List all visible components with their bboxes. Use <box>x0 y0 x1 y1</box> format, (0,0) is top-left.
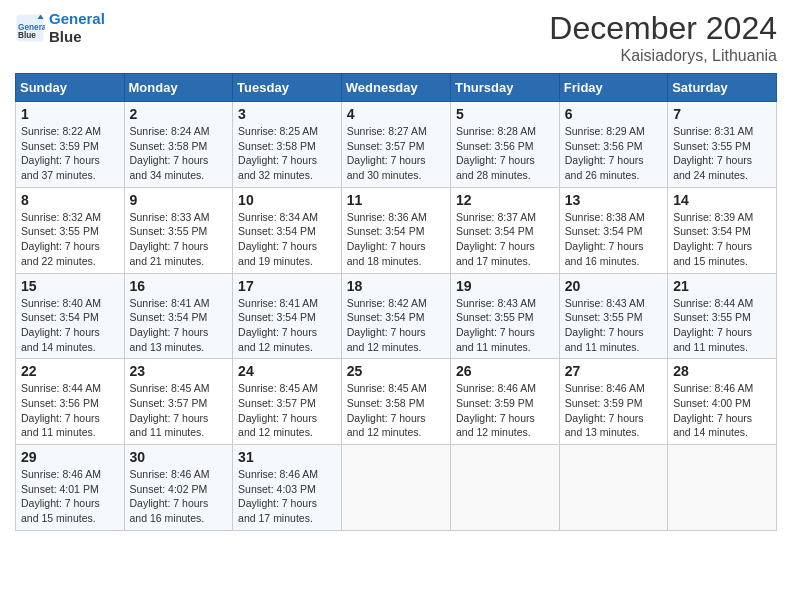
day-header-wednesday: Wednesday <box>341 74 450 102</box>
calendar-body: 1Sunrise: 8:22 AMSunset: 3:59 PMDaylight… <box>16 102 777 531</box>
day-info: Sunrise: 8:38 AMSunset: 3:54 PMDaylight:… <box>565 210 662 269</box>
calendar-cell: 6Sunrise: 8:29 AMSunset: 3:56 PMDaylight… <box>559 102 667 188</box>
day-header-friday: Friday <box>559 74 667 102</box>
day-info: Sunrise: 8:40 AMSunset: 3:54 PMDaylight:… <box>21 296 119 355</box>
day-info: Sunrise: 8:46 AMSunset: 3:59 PMDaylight:… <box>565 381 662 440</box>
day-info: Sunrise: 8:32 AMSunset: 3:55 PMDaylight:… <box>21 210 119 269</box>
day-number: 15 <box>21 278 119 294</box>
calendar-cell: 17Sunrise: 8:41 AMSunset: 3:54 PMDayligh… <box>233 273 342 359</box>
day-number: 28 <box>673 363 771 379</box>
day-info: Sunrise: 8:45 AMSunset: 3:57 PMDaylight:… <box>130 381 228 440</box>
day-number: 29 <box>21 449 119 465</box>
day-info: Sunrise: 8:25 AMSunset: 3:58 PMDaylight:… <box>238 124 336 183</box>
day-number: 19 <box>456 278 554 294</box>
calendar-cell: 29Sunrise: 8:46 AMSunset: 4:01 PMDayligh… <box>16 445 125 531</box>
calendar-cell: 9Sunrise: 8:33 AMSunset: 3:55 PMDaylight… <box>124 187 233 273</box>
calendar-cell: 10Sunrise: 8:34 AMSunset: 3:54 PMDayligh… <box>233 187 342 273</box>
day-number: 23 <box>130 363 228 379</box>
day-number: 18 <box>347 278 445 294</box>
day-number: 25 <box>347 363 445 379</box>
calendar-header-row: SundayMondayTuesdayWednesdayThursdayFrid… <box>16 74 777 102</box>
calendar-cell: 21Sunrise: 8:44 AMSunset: 3:55 PMDayligh… <box>668 273 777 359</box>
day-number: 2 <box>130 106 228 122</box>
day-info: Sunrise: 8:46 AMSunset: 4:01 PMDaylight:… <box>21 467 119 526</box>
day-info: Sunrise: 8:43 AMSunset: 3:55 PMDaylight:… <box>565 296 662 355</box>
day-number: 17 <box>238 278 336 294</box>
calendar-cell: 26Sunrise: 8:46 AMSunset: 3:59 PMDayligh… <box>450 359 559 445</box>
logo-icon: General Blue <box>15 13 45 43</box>
day-info: Sunrise: 8:42 AMSunset: 3:54 PMDaylight:… <box>347 296 445 355</box>
calendar-cell: 15Sunrise: 8:40 AMSunset: 3:54 PMDayligh… <box>16 273 125 359</box>
logo-text-general: General <box>49 10 105 28</box>
day-header-thursday: Thursday <box>450 74 559 102</box>
calendar-table: SundayMondayTuesdayWednesdayThursdayFrid… <box>15 73 777 531</box>
day-number: 8 <box>21 192 119 208</box>
calendar-cell: 24Sunrise: 8:45 AMSunset: 3:57 PMDayligh… <box>233 359 342 445</box>
calendar-cell: 3Sunrise: 8:25 AMSunset: 3:58 PMDaylight… <box>233 102 342 188</box>
day-number: 1 <box>21 106 119 122</box>
day-number: 7 <box>673 106 771 122</box>
calendar-cell: 28Sunrise: 8:46 AMSunset: 4:00 PMDayligh… <box>668 359 777 445</box>
calendar-week-2: 8Sunrise: 8:32 AMSunset: 3:55 PMDaylight… <box>16 187 777 273</box>
day-number: 22 <box>21 363 119 379</box>
calendar-cell: 30Sunrise: 8:46 AMSunset: 4:02 PMDayligh… <box>124 445 233 531</box>
calendar-cell: 25Sunrise: 8:45 AMSunset: 3:58 PMDayligh… <box>341 359 450 445</box>
day-info: Sunrise: 8:29 AMSunset: 3:56 PMDaylight:… <box>565 124 662 183</box>
day-number: 26 <box>456 363 554 379</box>
day-header-tuesday: Tuesday <box>233 74 342 102</box>
calendar-cell <box>341 445 450 531</box>
day-info: Sunrise: 8:45 AMSunset: 3:58 PMDaylight:… <box>347 381 445 440</box>
day-number: 31 <box>238 449 336 465</box>
logo-text-blue: Blue <box>49 28 105 46</box>
title-area: December 2024 Kaisiadorys, Lithuania <box>549 10 777 65</box>
calendar-cell <box>450 445 559 531</box>
day-info: Sunrise: 8:46 AMSunset: 4:03 PMDaylight:… <box>238 467 336 526</box>
day-info: Sunrise: 8:33 AMSunset: 3:55 PMDaylight:… <box>130 210 228 269</box>
day-number: 11 <box>347 192 445 208</box>
day-number: 14 <box>673 192 771 208</box>
svg-text:Blue: Blue <box>18 31 36 40</box>
day-info: Sunrise: 8:46 AMSunset: 4:02 PMDaylight:… <box>130 467 228 526</box>
day-number: 27 <box>565 363 662 379</box>
calendar-cell: 27Sunrise: 8:46 AMSunset: 3:59 PMDayligh… <box>559 359 667 445</box>
calendar-cell: 20Sunrise: 8:43 AMSunset: 3:55 PMDayligh… <box>559 273 667 359</box>
day-number: 30 <box>130 449 228 465</box>
calendar-week-5: 29Sunrise: 8:46 AMSunset: 4:01 PMDayligh… <box>16 445 777 531</box>
calendar-cell: 8Sunrise: 8:32 AMSunset: 3:55 PMDaylight… <box>16 187 125 273</box>
day-info: Sunrise: 8:43 AMSunset: 3:55 PMDaylight:… <box>456 296 554 355</box>
day-info: Sunrise: 8:45 AMSunset: 3:57 PMDaylight:… <box>238 381 336 440</box>
day-number: 13 <box>565 192 662 208</box>
calendar-cell: 1Sunrise: 8:22 AMSunset: 3:59 PMDaylight… <box>16 102 125 188</box>
calendar-cell: 18Sunrise: 8:42 AMSunset: 3:54 PMDayligh… <box>341 273 450 359</box>
day-number: 4 <box>347 106 445 122</box>
day-info: Sunrise: 8:44 AMSunset: 3:56 PMDaylight:… <box>21 381 119 440</box>
day-number: 16 <box>130 278 228 294</box>
day-info: Sunrise: 8:46 AMSunset: 3:59 PMDaylight:… <box>456 381 554 440</box>
day-info: Sunrise: 8:41 AMSunset: 3:54 PMDaylight:… <box>238 296 336 355</box>
day-header-saturday: Saturday <box>668 74 777 102</box>
calendar-cell: 23Sunrise: 8:45 AMSunset: 3:57 PMDayligh… <box>124 359 233 445</box>
day-info: Sunrise: 8:44 AMSunset: 3:55 PMDaylight:… <box>673 296 771 355</box>
day-info: Sunrise: 8:39 AMSunset: 3:54 PMDaylight:… <box>673 210 771 269</box>
day-number: 24 <box>238 363 336 379</box>
calendar-cell: 12Sunrise: 8:37 AMSunset: 3:54 PMDayligh… <box>450 187 559 273</box>
day-info: Sunrise: 8:34 AMSunset: 3:54 PMDaylight:… <box>238 210 336 269</box>
calendar-week-4: 22Sunrise: 8:44 AMSunset: 3:56 PMDayligh… <box>16 359 777 445</box>
day-number: 3 <box>238 106 336 122</box>
calendar-week-3: 15Sunrise: 8:40 AMSunset: 3:54 PMDayligh… <box>16 273 777 359</box>
logo: General Blue General Blue <box>15 10 105 46</box>
calendar-cell <box>668 445 777 531</box>
page-header: General Blue General Blue December 2024 … <box>15 10 777 65</box>
day-info: Sunrise: 8:31 AMSunset: 3:55 PMDaylight:… <box>673 124 771 183</box>
day-number: 20 <box>565 278 662 294</box>
calendar-week-1: 1Sunrise: 8:22 AMSunset: 3:59 PMDaylight… <box>16 102 777 188</box>
calendar-cell: 5Sunrise: 8:28 AMSunset: 3:56 PMDaylight… <box>450 102 559 188</box>
day-header-monday: Monday <box>124 74 233 102</box>
calendar-cell: 16Sunrise: 8:41 AMSunset: 3:54 PMDayligh… <box>124 273 233 359</box>
calendar-cell: 4Sunrise: 8:27 AMSunset: 3:57 PMDaylight… <box>341 102 450 188</box>
day-number: 10 <box>238 192 336 208</box>
day-number: 12 <box>456 192 554 208</box>
day-info: Sunrise: 8:37 AMSunset: 3:54 PMDaylight:… <box>456 210 554 269</box>
day-number: 5 <box>456 106 554 122</box>
calendar-cell: 22Sunrise: 8:44 AMSunset: 3:56 PMDayligh… <box>16 359 125 445</box>
